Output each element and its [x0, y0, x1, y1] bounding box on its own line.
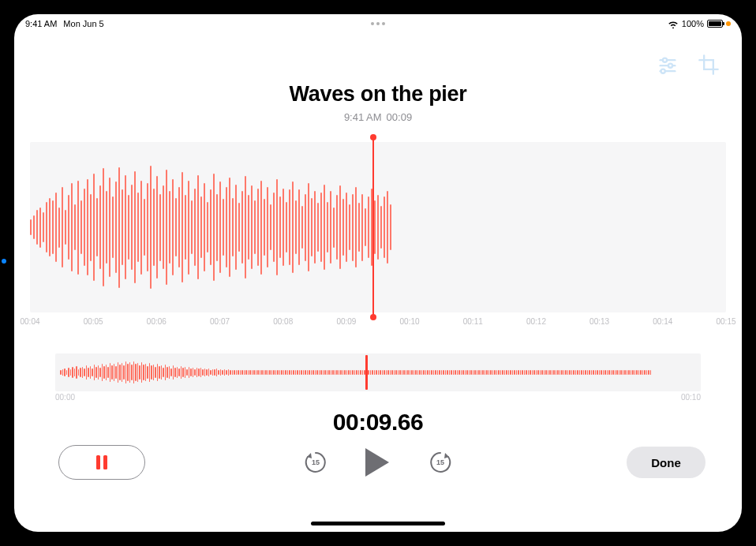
- skip-forward-15-button[interactable]: 15: [427, 449, 454, 476]
- pause-icon: [96, 455, 107, 469]
- transport-controls: 15 15 Done: [14, 445, 742, 484]
- time-tick: 00:06: [147, 317, 167, 326]
- waveform-main[interactable]: [30, 142, 726, 312]
- device-frame: 9:41 AM Mon Jun 5 100%: [0, 0, 756, 546]
- screen: 9:41 AM Mon Jun 5 100%: [14, 14, 742, 532]
- home-indicator[interactable]: [311, 522, 445, 525]
- pause-record-button[interactable]: [58, 445, 145, 480]
- done-button[interactable]: Done: [627, 447, 705, 478]
- status-time: 9:41 AM: [25, 19, 57, 28]
- battery-icon: [707, 20, 723, 28]
- time-tick: 00:15: [716, 317, 735, 326]
- svg-point-5: [661, 69, 665, 73]
- overview-start-time: 00:00: [55, 393, 75, 402]
- svg-point-1: [663, 58, 667, 62]
- time-tick: 00:09: [336, 317, 356, 326]
- recording-time: 9:41 AM: [344, 111, 382, 123]
- overview-playhead[interactable]: [365, 355, 368, 390]
- crop-trim-icon[interactable]: [698, 54, 720, 76]
- time-tick: 00:04: [20, 317, 39, 326]
- multitask-dots[interactable]: [371, 22, 385, 25]
- time-tick: 00:14: [653, 317, 672, 326]
- time-tick: 00:12: [526, 317, 546, 326]
- status-bar: 9:41 AM Mon Jun 5 100%: [14, 14, 742, 33]
- play-icon: [365, 448, 389, 477]
- wifi-icon: [668, 20, 679, 28]
- playhead[interactable]: [372, 137, 374, 317]
- battery-pct: 100%: [682, 19, 704, 28]
- time-tick: 00:07: [210, 317, 230, 326]
- time-tick: 00:10: [400, 317, 420, 326]
- time-tick: 00:13: [589, 317, 609, 326]
- skip-back-15-button[interactable]: 15: [302, 449, 329, 476]
- recording-title[interactable]: Waves on the pier: [14, 82, 742, 107]
- time-tick: 00:08: [273, 317, 293, 326]
- svg-point-3: [668, 64, 672, 68]
- overview-end-time: 00:10: [681, 393, 701, 402]
- side-indicator-dot: [2, 259, 6, 264]
- recording-title-block: Waves on the pier 9:41 AM00:09: [14, 82, 742, 123]
- time-tick: 00:11: [463, 317, 483, 326]
- settings-sliders-icon[interactable]: [657, 54, 679, 76]
- current-timecode: 00:09.66: [14, 409, 742, 436]
- status-date: Mon Jun 5: [63, 19, 103, 28]
- mic-active-indicator: [726, 21, 731, 26]
- play-button[interactable]: [365, 448, 391, 477]
- time-tick: 00:05: [84, 317, 103, 326]
- time-ruler: 00:0400:0500:0600:0700:0800:0900:1000:11…: [30, 317, 726, 328]
- waveform-overview[interactable]: [55, 353, 701, 391]
- recording-duration: 00:09: [387, 111, 413, 123]
